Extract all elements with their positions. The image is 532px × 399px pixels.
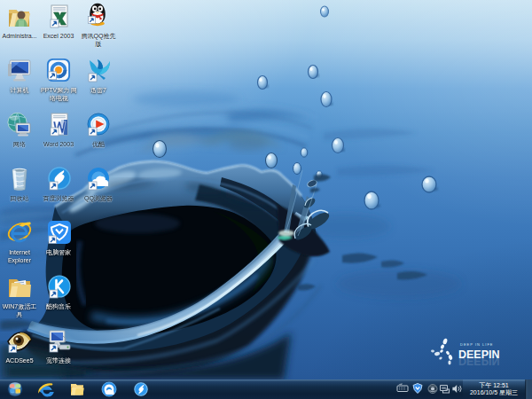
svg-text:DEEPIN: DEEPIN bbox=[458, 355, 500, 367]
svg-text:DEEP IN LIFE: DEEP IN LIFE bbox=[460, 342, 494, 347]
